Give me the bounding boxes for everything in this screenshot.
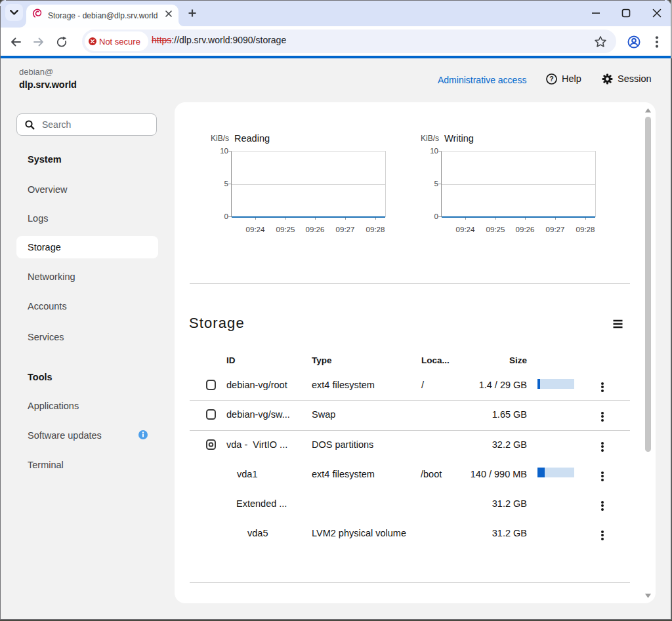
svg-text:?: ? xyxy=(549,75,553,83)
